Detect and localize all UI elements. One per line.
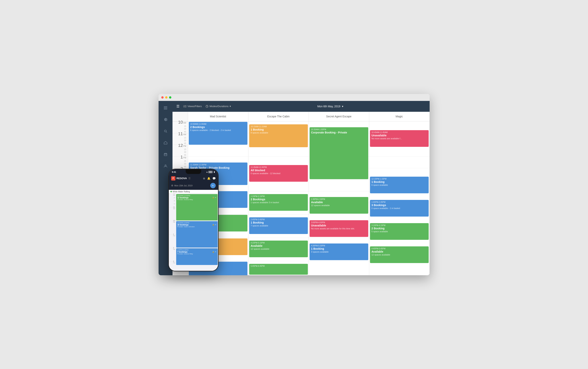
phone-edit-icon: ✏ [215, 197, 217, 199]
svg-point-14 [185, 106, 186, 107]
phone-top-icons: ⊕ 🔔 💬 [203, 177, 216, 180]
battery-icon: ▮ [214, 171, 215, 173]
event-c4e2[interactable]: 12:15PM-1:15PM 1 Booking 6 space availab… [370, 177, 429, 193]
ampm-label-1: PM [183, 157, 186, 159]
phone-bell-icon: 🔔 [207, 177, 210, 180]
phone-lock-icon: 🔒 [212, 197, 214, 199]
hour-label-1: 1 [180, 155, 183, 159]
current-date: Mon 6th May, 2019 [317, 105, 340, 108]
phone-event-1-title: 12 bookings [177, 197, 189, 199]
maximize-button[interactable] [169, 96, 171, 99]
sidebar-icon-calendar[interactable] [162, 151, 169, 158]
event-c2e3[interactable]: 1:15PM-2:15PM 2 Bookings 1 spaces availa… [249, 194, 308, 211]
date-chevron-icon: ▾ [342, 105, 343, 108]
svg-rect-5 [164, 154, 167, 156]
phone-scroll-area[interactable]: 10AM 15 30 45 11AM 12PM [169, 194, 218, 271]
modes-durations-button[interactable]: Modes/Durations ▾ [206, 105, 231, 108]
phone-resource-name: White Water Rafting [173, 191, 190, 193]
svg-point-9 [165, 165, 166, 166]
event-c2e5[interactable]: 4:15PM-5:15PM Available 12 spaces availa… [249, 241, 308, 257]
event-c3e1[interactable]: 10:30AM-1:00PM Corporate Booking - Priva… [309, 127, 368, 179]
resource-dot [170, 191, 172, 192]
phone-add-button[interactable]: + [210, 183, 216, 188]
views-filters-button[interactable]: Views/Filters [183, 105, 202, 108]
phone-filter-icon: ⚙ [171, 184, 173, 187]
svg-rect-1 [164, 108, 167, 108]
phone-event-2-time: 12:00AM-3:00PM [177, 222, 217, 224]
sidebar-icon-users[interactable] [162, 162, 169, 170]
phone-event-3-time: 3:00PM-4:00PM [177, 249, 217, 251]
time-row-1pm: 1 PM 15 30 45 [172, 156, 188, 168]
hour-label-12: 12 [178, 143, 183, 148]
svg-point-15 [184, 107, 185, 107]
ampm-label-10: AM [183, 122, 186, 124]
phone-resource-label: White Water Rafting [169, 190, 218, 194]
phone-event-3[interactable]: 3:00PM-4:00PM 7 bookings 🔒 ✏ Provider: A… [176, 248, 218, 265]
phone-event-2[interactable]: 12:00AM-3:00PM 18 bookings 🔒 ✏ Provider:… [176, 221, 218, 247]
hamburger-button[interactable]: ☰ [176, 104, 179, 108]
ampm-label-12: PM [183, 145, 186, 147]
svg-rect-0 [164, 107, 167, 107]
column-headers: Mad Scientist Escape The Cabin Secret Ag… [188, 112, 430, 122]
svg-rect-2 [164, 109, 167, 109]
date-navigation[interactable]: Mon 6th May, 2019 ▾ [317, 105, 343, 108]
col-header-escape-cabin: Escape The Cabin [249, 112, 309, 121]
phone-time: 9:41 [172, 171, 176, 173]
phone-event-2-title: 18 bookings [177, 224, 189, 226]
event-c2e2[interactable]: 11:45AM-12:45PM All blocked 0 spaces ava… [249, 165, 308, 182]
event-c4e3[interactable]: 1:45PM-2:45PM 3 Bookings 0 space availab… [370, 200, 429, 216]
svg-line-4 [166, 132, 167, 133]
phone-date-bar: ⚙ Mon 15th Jul, 2019 + [169, 182, 218, 190]
phone-date-text: Mon 15th Jul, 2019 [174, 184, 193, 187]
hour-label-10: 10 [178, 120, 183, 124]
phone-event-2-sub: Provider: Helen Johnston [177, 226, 217, 228]
minute-label-30: 30 [184, 128, 186, 130]
logo-icon: P [171, 176, 175, 181]
svg-point-13 [184, 105, 184, 106]
sidebar-icon-settings[interactable] [162, 116, 169, 123]
browser-titlebar [159, 94, 430, 101]
ampm-label-11: AM [183, 133, 186, 136]
phone-event-3-sub: Provider: Andrew Riley [177, 253, 217, 255]
event-c2e4[interactable]: 2:45PM-3:45PM 1 Booking 7 spaces availab… [249, 217, 308, 234]
phone-time-gutter: 10AM 15 30 45 11AM 12PM [169, 194, 176, 271]
event-c2e1[interactable]: 10:15AM-11:15AM 1 Booking 8 spaces avail… [249, 124, 308, 147]
event-c2e6[interactable]: 5:45PM-6:45PM [249, 264, 308, 275]
phone-chat-icon: 💬 [212, 177, 216, 180]
col-header-mad-scientist: Mad Scientist [188, 112, 249, 121]
phone-events-column: 10:00AM-12:00PM 12 bookings 🔒 ✏ Provider… [176, 194, 218, 271]
event-c3e2[interactable]: 1:30PM-2:30PM Available 12 spaces availa… [309, 197, 368, 214]
columns-grid: 10:00AM-11:00AM 2 Bookings 6 spaces avai… [188, 122, 430, 275]
phone-lock-icon-2: 🔒 [212, 224, 214, 226]
phone-lock-icon-3: 🔒 [212, 251, 214, 253]
sidebar-icon-search[interactable] [162, 127, 169, 135]
minimize-button[interactable] [165, 96, 168, 99]
event-c4e1[interactable]: 10:45AM-11:45AM Unavailable No more asse… [370, 130, 429, 147]
calendar-grid: 10:00AM-11:00AM 2 Bookings 6 spaces avai… [188, 122, 430, 275]
minute-label-15: 15 [184, 125, 186, 127]
event-c3e4[interactable]: 4:30PM-5:30PM 1 Booking 3 spaces availab… [309, 244, 368, 260]
event-c4e4[interactable]: 3:15PM-4:15PM 2 Booking 5 space availabl… [370, 223, 429, 240]
col-header-secret-agent: Secret Agent Escape [309, 112, 369, 121]
app-logo: P RESOVA ☰ [171, 176, 191, 181]
close-button[interactable] [161, 96, 164, 99]
menu-icon: ☰ [188, 177, 190, 180]
sidebar-icon-home[interactable] [162, 139, 169, 147]
columns-area: Mad Scientist Escape The Cabin Secret Ag… [188, 112, 430, 275]
sidebar-icon-menu[interactable] [162, 104, 169, 112]
column-magic: 10:45AM-11:45AM Unavailable No more asse… [369, 122, 430, 275]
event-c3e3[interactable]: 3:00PM-4:00PM Unavailable No more assets… [309, 220, 368, 237]
phone-event-1[interactable]: 10:00AM-12:00PM 12 bookings 🔒 ✏ Provider… [176, 194, 218, 220]
phone-event-3-title: 7 bookings [177, 251, 188, 253]
phone-edit-icon-3: ✏ [215, 251, 217, 253]
wifi-icon: ▲ [206, 171, 208, 173]
svg-line-18 [207, 106, 208, 107]
signal-icon: ▌▌▌ [209, 171, 213, 173]
phone-event-1-time: 10:00AM-12:00PM [177, 195, 217, 197]
phone-edit-icon-2: ✏ [215, 224, 217, 226]
event-c4e5[interactable]: 4:45PM-5:45PM Available 12 spaces availa… [370, 246, 429, 263]
top-header: ☰ Views/Filters [172, 101, 430, 112]
modes-durations-chevron: ▾ [230, 105, 231, 108]
event-c1e1[interactable]: 10:00AM-11:00AM 2 Bookings 6 spaces avai… [189, 122, 248, 145]
phone-mockup: 9:41 ▲ ▌▌▌ ▮ P RESOVA ☰ ⊕ 🔔 💬 [168, 169, 219, 271]
